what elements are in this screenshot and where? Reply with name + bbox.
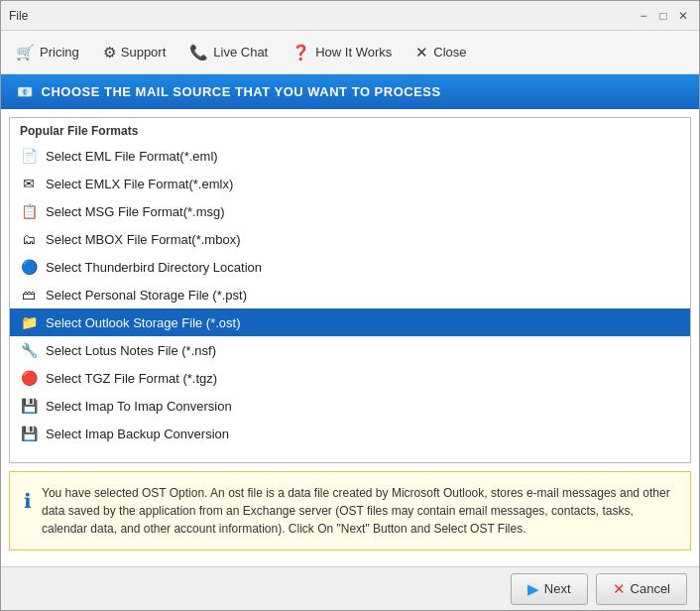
support-icon: ⚙	[103, 44, 116, 61]
next-button[interactable]: ▶ Next	[511, 573, 588, 605]
nsf-label: Select Lotus Notes File (*.nsf)	[46, 343, 216, 358]
x-icon: ✕	[415, 44, 428, 61]
info-icon: ℹ	[24, 486, 32, 516]
cancel-label: Cancel	[631, 581, 670, 596]
toolbar: 🛒 Pricing ⚙ Support 📞 Live Chat ❓ How It…	[1, 31, 699, 74]
support-button[interactable]: ⚙ Support	[92, 37, 177, 68]
footer: ▶ Next ✕ Cancel	[1, 566, 699, 610]
tgz-icon: 🔴	[20, 369, 38, 387]
ost-label: Select Outlook Storage File (*.ost)	[46, 315, 241, 330]
minimize-button[interactable]: −	[636, 8, 651, 24]
howitworks-label: How It Works	[315, 45, 392, 60]
section-header: 📧 CHOOSE THE MAIL SOURCE THAT YOU WANT T…	[1, 74, 699, 109]
support-label: Support	[121, 45, 167, 60]
livechat-button[interactable]: 📞 Live Chat	[178, 37, 279, 68]
pst-label: Select Personal Storage File (*.pst)	[46, 288, 247, 303]
imap-backup-icon: 💾	[20, 425, 38, 442]
maximize-button[interactable]: □	[655, 8, 671, 24]
cart-icon: 🛒	[16, 44, 35, 61]
section-header-text: CHOOSE THE MAIL SOURCE THAT YOU WANT TO …	[42, 84, 441, 99]
cancel-button[interactable]: ✕ Cancel	[596, 573, 687, 605]
tgz-label: Select TGZ File Format (*.tgz)	[46, 371, 217, 386]
mbox-icon: 🗂	[20, 230, 38, 248]
title-bar: File − □ ✕	[1, 1, 699, 31]
pricing-label: Pricing	[40, 45, 79, 60]
list-item[interactable]: 🗃 Select Personal Storage File (*.pst)	[10, 281, 690, 308]
format-list-container: Popular File Formats 📄 Select EML File F…	[9, 117, 691, 463]
question-icon: ❓	[292, 44, 310, 61]
mail-icon: 📧	[17, 84, 34, 99]
next-icon: ▶	[527, 580, 539, 598]
emlx-icon: ✉	[20, 175, 38, 192]
thunderbird-label: Select Thunderbird Directory Location	[46, 260, 262, 275]
list-item[interactable]: 🔴 Select TGZ File Format (*.tgz)	[10, 364, 690, 392]
toolbar-close-button[interactable]: ✕ Close	[405, 37, 477, 68]
section-label: Popular File Formats	[10, 118, 690, 142]
ost-icon: 📁	[20, 313, 38, 331]
msg-label: Select MSG File Format(*.msg)	[46, 204, 225, 219]
msg-icon: 📋	[20, 202, 38, 220]
info-text: You have selected OST Option. An ost fil…	[42, 484, 676, 538]
cancel-icon: ✕	[613, 580, 626, 598]
thunderbird-icon: 🔵	[20, 258, 38, 276]
list-item[interactable]: 💾 Select Imap Backup Conversion	[10, 420, 690, 447]
list-item[interactable]: 🔵 Select Thunderbird Directory Location	[10, 253, 690, 281]
list-item-selected[interactable]: 📁 Select Outlook Storage File (*.ost)	[10, 308, 690, 336]
content-area: Popular File Formats 📄 Select EML File F…	[1, 109, 699, 566]
imap-conv-label: Select Imap To Imap Conversion	[46, 399, 232, 414]
pricing-button[interactable]: 🛒 Pricing	[5, 37, 90, 68]
list-item[interactable]: 💾 Select Imap To Imap Conversion	[10, 392, 690, 420]
emlx-label: Select EMLX File Format(*.emlx)	[46, 177, 233, 191]
list-item[interactable]: 📄 Select EML File Format(*.eml)	[10, 142, 690, 170]
pst-icon: 🗃	[20, 286, 38, 304]
info-box: ℹ You have selected OST Option. An ost f…	[9, 471, 691, 550]
next-label: Next	[544, 581, 571, 596]
livechat-label: Live Chat	[213, 45, 268, 60]
app-window: File − □ ✕ 🛒 Pricing ⚙ Support 📞 Live Ch…	[0, 0, 700, 611]
list-item[interactable]: 🔧 Select Lotus Notes File (*.nsf)	[10, 336, 690, 364]
mbox-label: Select MBOX File Format(*.mbox)	[46, 232, 241, 247]
phone-icon: 📞	[189, 44, 208, 61]
eml-label: Select EML File Format(*.eml)	[46, 149, 218, 164]
imap-backup-label: Select Imap Backup Conversion	[46, 427, 229, 441]
window-controls: − □ ✕	[636, 8, 691, 24]
howitworks-button[interactable]: ❓ How It Works	[281, 37, 403, 68]
imap-conv-icon: 💾	[20, 397, 38, 415]
list-item[interactable]: 📋 Select MSG File Format(*.msg)	[10, 197, 690, 225]
list-item[interactable]: ✉ Select EMLX File Format(*.emlx)	[10, 170, 690, 197]
list-item[interactable]: 🗂 Select MBOX File Format(*.mbox)	[10, 225, 690, 253]
close-label: Close	[433, 45, 466, 60]
close-button[interactable]: ✕	[675, 8, 691, 24]
window-title: File	[9, 9, 28, 23]
eml-icon: 📄	[20, 147, 38, 165]
nsf-icon: 🔧	[20, 341, 38, 359]
